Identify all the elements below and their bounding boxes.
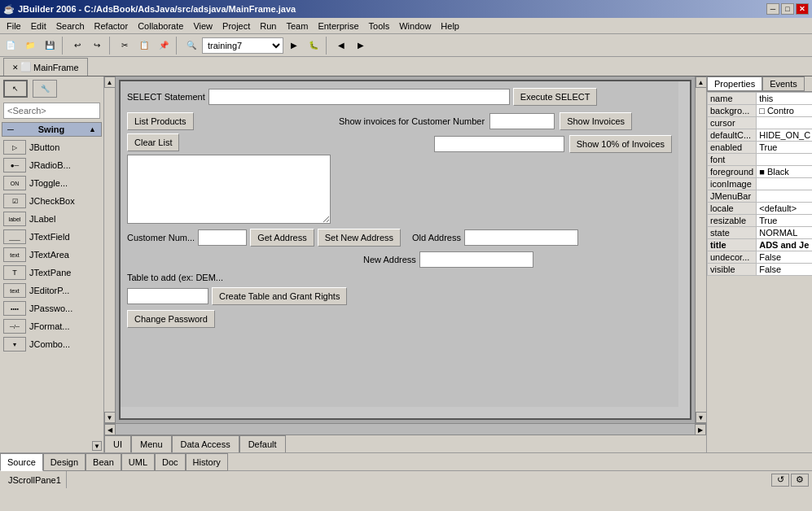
component-jlabel[interactable]: label JLabel [0, 210, 103, 228]
menu-view[interactable]: View [188, 20, 217, 33]
search-box[interactable]: <Search> [3, 103, 100, 119]
canvas-right-scroll-up[interactable]: ▲ [696, 76, 707, 88]
old-address-input[interactable] [464, 229, 578, 246]
change-password-button[interactable]: Change Password [127, 310, 215, 328]
property-row-locale[interactable]: locale<default> [708, 203, 813, 215]
menu-enterprise[interactable]: Enterprise [313, 20, 363, 33]
get-address-button[interactable]: Get Address [250, 229, 314, 247]
property-row-iconImage[interactable]: iconImage [708, 178, 813, 190]
menu-window[interactable]: Window [394, 20, 436, 33]
property-row-enabled[interactable]: enabledTrue [708, 142, 813, 154]
property-row-undecor---[interactable]: undecor...False [708, 251, 813, 264]
component-jbutton[interactable]: ▷ JButton [0, 138, 103, 156]
toolbar-cut[interactable]: ✂ [116, 37, 134, 55]
menu-search[interactable]: Search [51, 20, 90, 33]
menu-team[interactable]: Team [282, 20, 314, 33]
customer-number-input[interactable] [489, 113, 555, 129]
maximize-button[interactable]: □ [781, 3, 794, 15]
toolbar-open[interactable]: 📁 [21, 37, 39, 55]
menu-run[interactable]: Run [255, 20, 281, 33]
minimize-button[interactable]: ─ [766, 3, 779, 15]
properties-tab[interactable]: Properties [707, 76, 762, 91]
property-row-defaultC---[interactable]: defaultC...HIDE_ON_C [708, 129, 813, 142]
customer-num-input[interactable] [198, 229, 247, 246]
tab-mainframe[interactable]: MainFrame [33, 63, 79, 72]
menu-tools[interactable]: Tools [364, 20, 395, 33]
left-scroll-down[interactable]: ▼ [92, 441, 102, 451]
design-canvas[interactable]: SELECT Statement Execute SELECT List Pro… [116, 76, 695, 423]
tab-bean[interactable]: Bean [86, 453, 121, 471]
toolbar-debug[interactable]: 🐛 [305, 37, 323, 55]
toolbar-new[interactable]: 📄 [2, 37, 20, 55]
clear-list-button[interactable]: Clear List [127, 133, 179, 151]
toolbar-paste[interactable]: 📌 [155, 37, 173, 55]
execute-select-button[interactable]: Execute SELECT [513, 88, 598, 106]
property-row-font[interactable]: font [708, 154, 813, 166]
component-jtextfield[interactable]: ___ JTextField [0, 228, 103, 246]
property-row-JMenuBar[interactable]: JMenuBar [708, 190, 813, 203]
component-jcheckbox[interactable]: ☑ JCheckBox [0, 192, 103, 210]
invoices2-input[interactable] [434, 136, 564, 152]
sql-input[interactable] [208, 89, 510, 105]
toolbar-combo[interactable]: training7 [202, 37, 283, 54]
set-new-address-button[interactable]: Set New Address [318, 229, 401, 247]
create-table-button[interactable]: Create Table and Grant Rights [212, 287, 347, 305]
status-icon-1[interactable]: ↺ [771, 474, 789, 487]
show-invoices-button[interactable]: Show Invoices [560, 112, 632, 130]
menu-collaborate[interactable]: Collaborate [133, 20, 188, 33]
toolbar-back[interactable]: ◀ [332, 37, 350, 55]
list-products-button[interactable]: List Products [127, 112, 194, 130]
menu-edit[interactable]: Edit [26, 20, 51, 33]
tab-history[interactable]: History [186, 453, 228, 471]
component-jradiobutton[interactable]: ●─ JRadioB... [0, 156, 103, 174]
tab-menu[interactable]: Menu [131, 435, 172, 452]
property-row-name[interactable]: namethis [708, 93, 813, 105]
property-row-title[interactable]: titleADS and Je [708, 239, 813, 251]
canvas-scroll-left[interactable]: ◀ [104, 424, 116, 435]
menu-file[interactable]: File [2, 20, 26, 33]
property-row-backgro---[interactable]: backgro...□ Contro [708, 105, 813, 117]
tab-ui[interactable]: UI [104, 435, 131, 452]
property-row-resizable[interactable]: resizableTrue [708, 215, 813, 227]
tab-doc[interactable]: Doc [155, 453, 186, 471]
component-jpassword[interactable]: •••• JPasswo... [0, 299, 103, 317]
component-jformattedtf[interactable]: ─/─ JFormat... [0, 317, 103, 335]
tab-design[interactable]: Design [43, 453, 86, 471]
bean-tool[interactable]: 🔧 [33, 80, 57, 98]
property-row-cursor[interactable]: cursor [708, 117, 813, 129]
toolbar-undo[interactable]: ↩ [68, 37, 86, 55]
close-tab-icon[interactable]: ✕ [12, 63, 19, 72]
toolbar-run[interactable]: ▶ [285, 37, 303, 55]
toolbar-redo[interactable]: ↪ [88, 37, 106, 55]
tab-data-access[interactable]: Data Access [172, 435, 239, 452]
menu-refactor[interactable]: Refactor [90, 20, 134, 33]
table-input[interactable] [127, 288, 208, 304]
toolbar-search[interactable]: 🔍 [182, 37, 200, 55]
canvas-scroll-up[interactable]: ▲ [104, 76, 116, 88]
toolbar-forward[interactable]: ▶ [352, 37, 370, 55]
category-swing[interactable]: ─ Swing ▲ [2, 122, 102, 137]
property-row-foreground[interactable]: foreground■ Black [708, 166, 813, 178]
tab-default[interactable]: Default [239, 435, 286, 452]
menu-project[interactable]: Project [217, 20, 255, 33]
canvas-scroll-right[interactable]: ▶ [695, 424, 706, 435]
products-list[interactable] [127, 155, 331, 224]
scroll-up-icon[interactable]: ▲ [89, 125, 96, 133]
menu-help[interactable]: Help [436, 20, 464, 33]
component-jtextpane[interactable]: T JTextPane [0, 264, 103, 282]
pointer-tool[interactable]: ↖ [3, 80, 28, 98]
canvas-right-scroll-down[interactable]: ▼ [696, 412, 707, 423]
toolbar-save[interactable]: 💾 [41, 37, 59, 55]
toolbar-copy[interactable]: 📋 [135, 37, 153, 55]
canvas-scroll-down[interactable]: ▼ [104, 412, 116, 423]
component-jeditor[interactable]: text JEditorP... [0, 282, 103, 299]
new-address-input[interactable] [419, 251, 533, 268]
property-row-state[interactable]: stateNORMAL [708, 227, 813, 239]
show-10pct-button[interactable]: Show 10% of Invoices [569, 135, 672, 153]
component-jtoggle[interactable]: ON JToggle... [0, 174, 103, 192]
tab-uml[interactable]: UML [121, 453, 155, 471]
status-icon-2[interactable]: ⚙ [791, 474, 809, 487]
component-jcombobox[interactable]: ▾ JCombo... [0, 335, 103, 353]
component-jtextarea[interactable]: text JTextArea [0, 246, 103, 264]
close-button[interactable]: ✕ [796, 3, 809, 15]
